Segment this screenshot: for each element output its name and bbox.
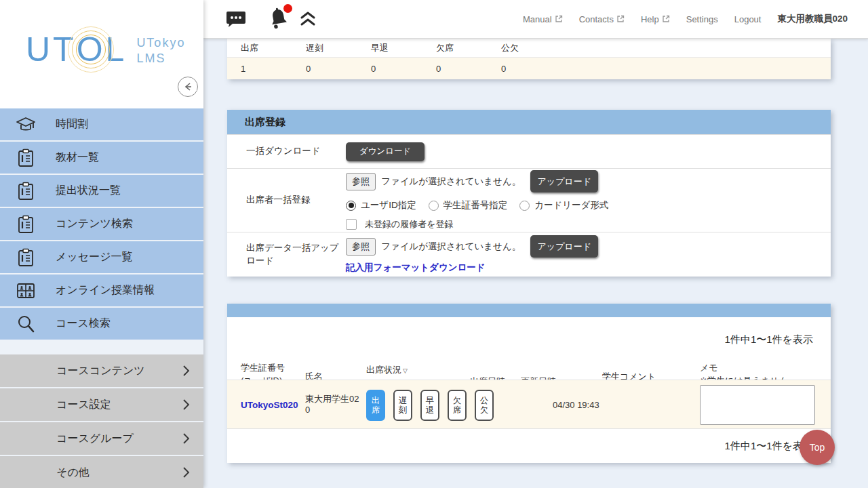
sort-icon: ▽ bbox=[403, 367, 408, 374]
external-link-icon bbox=[555, 15, 563, 23]
settings-link[interactable]: Settings bbox=[686, 14, 718, 24]
radio-unselected-icon bbox=[519, 201, 530, 211]
sidebar-item-submissions[interactable]: 提出状況一覧 bbox=[0, 175, 203, 207]
sidebar-item-course-settings[interactable]: コース設定 bbox=[0, 388, 203, 421]
sidebar-nav: 時間割 教材一覧 提出状況一覧 コンテンツ検索 メッセージ一覧 bbox=[0, 108, 203, 488]
sidebar-item-course-group[interactable]: コースグループ bbox=[0, 422, 203, 455]
help-link[interactable]: Help bbox=[641, 14, 670, 24]
status-button-late[interactable]: 遅刻 bbox=[393, 390, 412, 421]
sidebar-item-materials[interactable]: 教材一覧 bbox=[0, 142, 203, 174]
student-id-link[interactable]: UTokyoSt020 bbox=[241, 399, 298, 409]
logo-subtitle: UTokyo LMS bbox=[136, 35, 185, 66]
manual-link[interactable]: Manual bbox=[523, 14, 563, 24]
radio-student-card-number[interactable]: 学生証番号指定 bbox=[429, 199, 508, 211]
no-file-selected-text: ファイルが選択されていません。 bbox=[381, 176, 521, 188]
list-section-bar bbox=[227, 304, 831, 317]
sidebar-item-course-contents[interactable]: コースコンテンツ bbox=[0, 354, 203, 387]
main-content: 出席 遅刻 早退 欠席 公欠 1 0 0 0 0 出席登録 一括ダウンロード ダ… bbox=[203, 39, 868, 488]
sidebar-item-content-search[interactable]: コンテンツ検索 bbox=[0, 208, 203, 240]
summary-value-present: 1 bbox=[241, 64, 306, 74]
summary-col-absent: 欠席 bbox=[436, 42, 501, 54]
format-download-link[interactable]: 記入用フォーマットダウンロード bbox=[346, 262, 831, 274]
bulk-download-label: 一括ダウンロード bbox=[227, 135, 346, 168]
list-footer: 1件中1〜1件を表示 bbox=[227, 429, 831, 462]
chevron-right-icon bbox=[182, 432, 190, 445]
result-count-top: 1件中1〜1件を表示 bbox=[725, 333, 813, 346]
scroll-to-top-button[interactable]: Top bbox=[800, 430, 835, 465]
browse-file-button[interactable]: 参照 bbox=[346, 173, 376, 190]
current-user-name: 東大用教職員020 bbox=[777, 13, 848, 25]
sidebar: UTOL UTokyo LMS 時間割 教材一覧 bbox=[0, 0, 203, 488]
summary-col-excused: 公欠 bbox=[501, 42, 566, 54]
logout-link[interactable]: Logout bbox=[734, 14, 762, 24]
attendance-list-card: 1件中1〜1件を表示 学生証番号 (ユーザID)▽ 氏名 出席状況▽ 出席日時 … bbox=[227, 304, 831, 463]
section-header: 出席登録 bbox=[227, 110, 831, 134]
student-row: UTokyoSt020 東大用学生020 出席 遅刻 早退 欠席 公欠 04/3… bbox=[227, 380, 831, 429]
attendee-bulk-label: 出席者一括登録 bbox=[227, 169, 346, 232]
video-grid-people-icon bbox=[14, 282, 38, 300]
status-button-excused[interactable]: 公欠 bbox=[475, 390, 494, 421]
external-link-icon bbox=[662, 15, 670, 23]
sidebar-item-online-class[interactable]: オンライン授業情報 bbox=[0, 274, 203, 306]
logo-sun-rings: O bbox=[77, 33, 106, 66]
summary-value-absent: 0 bbox=[436, 64, 501, 74]
upload-button[interactable]: アップロード bbox=[530, 235, 598, 258]
summary-values-row: 1 0 0 0 0 bbox=[227, 58, 831, 79]
collapse-header-icon[interactable] bbox=[299, 11, 317, 27]
status-button-group: 出席 遅刻 早退 欠席 公欠 bbox=[366, 390, 494, 421]
radio-unselected-icon bbox=[429, 201, 439, 211]
contacts-link[interactable]: Contacts bbox=[579, 14, 625, 24]
attendance-summary-card: 出席 遅刻 早退 欠席 公欠 1 0 0 0 0 bbox=[227, 39, 831, 79]
radio-card-reader-format[interactable]: カードリーダ形式 bbox=[519, 199, 608, 211]
data-bulk-upload-row: 出席データ一括アップロード 参照 ファイルが選択されていません。 アップロード … bbox=[227, 232, 831, 277]
status-button-present[interactable]: 出席 bbox=[366, 390, 385, 421]
logo-area: UTOL UTokyo LMS bbox=[0, 0, 203, 108]
sidebar-item-messages[interactable]: メッセージ一覧 bbox=[0, 241, 203, 273]
summary-value-excused: 0 bbox=[501, 64, 566, 74]
register-unenrolled-checkbox[interactable]: 未登録の履修者を登録 bbox=[346, 218, 831, 230]
download-button[interactable]: ダウンロード bbox=[346, 142, 425, 161]
status-button-absent[interactable]: 欠席 bbox=[448, 390, 467, 421]
clipboard-icon bbox=[14, 182, 38, 201]
attendee-bulk-row: 出席者一括登録 参照 ファイルが選択されていません。 アップロード ユーザID指… bbox=[227, 168, 831, 232]
summary-col-present: 出席 bbox=[241, 42, 306, 54]
no-file-selected-text: ファイルが選択されていません。 bbox=[381, 241, 521, 253]
upload-button[interactable]: アップロード bbox=[530, 170, 598, 192]
radio-user-id[interactable]: ユーザID指定 bbox=[346, 199, 416, 211]
sidebar-group-divider bbox=[0, 341, 203, 354]
utol-logo: UTOL UTokyo LMS bbox=[26, 33, 185, 66]
section-title: 出席登録 bbox=[245, 116, 285, 129]
topbar: Manual Contacts Help Settings Logout 東大用… bbox=[203, 0, 868, 39]
graduation-cap-icon bbox=[14, 116, 38, 134]
sidebar-collapse-button[interactable] bbox=[178, 77, 198, 97]
memo-textarea[interactable] bbox=[700, 385, 815, 425]
summary-value-late: 0 bbox=[306, 64, 371, 74]
update-datetime: 04/30 19:43 bbox=[553, 399, 599, 409]
checkbox-icon bbox=[346, 219, 357, 230]
notifications-bell-icon[interactable] bbox=[267, 6, 291, 32]
sidebar-item-timetable[interactable]: 時間割 bbox=[0, 108, 203, 140]
browse-file-button[interactable]: 参照 bbox=[346, 238, 376, 256]
clipboard-icon bbox=[14, 148, 38, 167]
chevron-right-icon bbox=[182, 399, 190, 411]
list-header-zone: 1件中1〜1件を表示 学生証番号 (ユーザID)▽ 氏名 出席状況▽ 出席日時 … bbox=[227, 317, 831, 380]
radio-selected-icon bbox=[346, 201, 356, 211]
sidebar-item-course-search[interactable]: コース検索 bbox=[0, 308, 203, 340]
student-name: 東大用学生020 bbox=[305, 393, 359, 415]
attendance-registration-card: 出席登録 一括ダウンロード ダウンロード 出席者一括登録 参照 ファイルが選択さ… bbox=[227, 110, 831, 277]
summary-col-early-leave: 早退 bbox=[371, 42, 436, 54]
summary-header-row: 出席 遅刻 早退 欠席 公欠 bbox=[227, 39, 831, 58]
notification-badge-dot bbox=[283, 4, 292, 13]
data-bulk-upload-label: 出席データ一括アップロード bbox=[227, 232, 346, 277]
chevron-right-icon bbox=[182, 365, 190, 377]
column-header-status[interactable]: 出席状況▽ bbox=[366, 364, 408, 377]
bulk-download-row: 一括ダウンロード ダウンロード bbox=[227, 134, 831, 168]
summary-col-late: 遅刻 bbox=[306, 42, 371, 54]
messages-icon[interactable] bbox=[226, 10, 246, 28]
status-button-early-leave[interactable]: 早退 bbox=[420, 390, 439, 421]
sidebar-item-others[interactable]: その他 bbox=[0, 456, 203, 488]
clipboard-icon bbox=[14, 215, 38, 234]
arrow-left-circle-icon bbox=[182, 81, 194, 93]
clipboard-icon bbox=[14, 248, 38, 267]
chevron-right-icon bbox=[182, 466, 190, 479]
